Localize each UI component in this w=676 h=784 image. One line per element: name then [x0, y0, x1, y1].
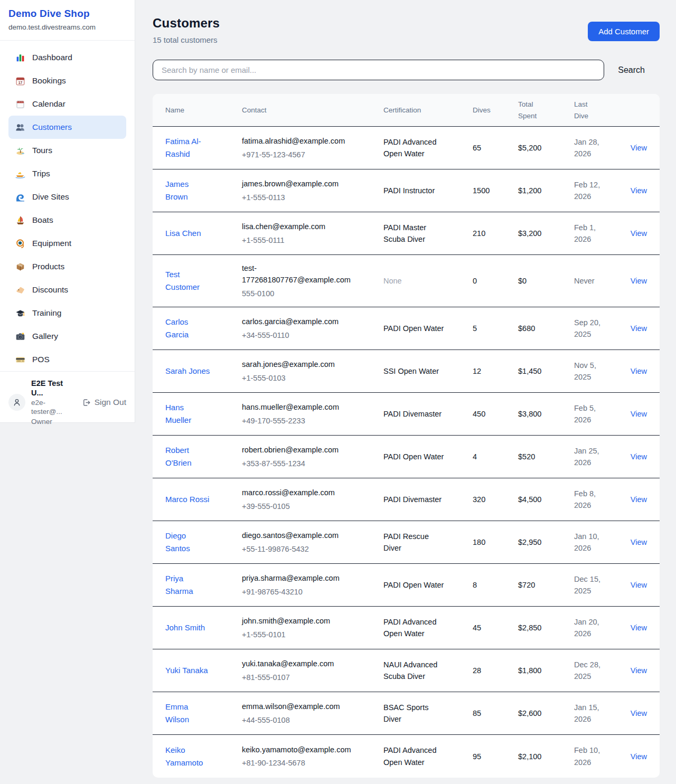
- customer-total-spent: $4,500: [518, 494, 574, 505]
- person-icon: [12, 398, 22, 407]
- credit-card-icon: [15, 355, 25, 365]
- customer-dives: 210: [473, 228, 518, 239]
- view-link[interactable]: View: [631, 452, 647, 461]
- sidebar-item-pos[interactable]: POS: [8, 348, 126, 371]
- customer-name-link[interactable]: Keiko Yamamoto: [165, 744, 211, 769]
- sidebar-item-bookings[interactable]: 17 Bookings: [8, 69, 126, 92]
- sidebar-item-gallery[interactable]: Gallery: [8, 325, 126, 348]
- customer-last-dive: Feb 5, 2026: [574, 402, 609, 426]
- table-row: Robert O'Brien robert.obrien@example.com…: [153, 436, 660, 478]
- customer-dives: 65: [473, 142, 518, 154]
- customer-last-dive: Dec 28, 2025: [574, 659, 609, 683]
- sidebar-item-label: Dive Sites: [32, 192, 69, 202]
- customer-name-link[interactable]: Fatima Al-Rashid: [165, 135, 211, 160]
- customer-name-link[interactable]: Lisa Chen: [165, 227, 201, 240]
- table-row: Priya Sharma priya.sharma@example.com +9…: [153, 564, 660, 607]
- table-row: James Brown james.brown@example.com +1-5…: [153, 169, 660, 212]
- customer-certification: SSI Open Water: [383, 365, 445, 377]
- sidebar-item-label: Training: [32, 308, 61, 318]
- customer-email: test-1772681807767@example.com: [242, 262, 354, 286]
- search-bar: Search: [153, 60, 660, 80]
- customer-name-link[interactable]: Yuki Tanaka: [165, 664, 208, 677]
- customer-certification: PADI Advanced Open Water: [383, 616, 445, 640]
- customer-last-dive: Feb 8, 2026: [574, 488, 609, 512]
- camera-icon: [15, 332, 25, 342]
- sidebar-item-boats[interactable]: Boats: [8, 209, 126, 232]
- sign-out-button[interactable]: Sign Out: [82, 398, 126, 407]
- user-role: Owner: [31, 418, 76, 427]
- view-link[interactable]: View: [631, 538, 647, 546]
- table-row: Sarah Jones sarah.jones@example.com +1-5…: [153, 350, 660, 393]
- sidebar-item-discounts[interactable]: Discounts: [8, 278, 126, 301]
- customer-name-link[interactable]: Test Customer: [165, 268, 211, 294]
- view-link[interactable]: View: [631, 624, 647, 632]
- customer-name-link[interactable]: Carlos Garcia: [165, 316, 211, 341]
- customer-certification: PADI Advanced Open Water: [383, 136, 445, 160]
- customer-name-link[interactable]: Hans Mueller: [165, 401, 211, 427]
- view-link[interactable]: View: [631, 581, 647, 589]
- sidebar-item-tours[interactable]: Tours: [8, 139, 126, 162]
- customer-certification: PADI Open Water: [383, 323, 445, 334]
- view-link[interactable]: View: [631, 709, 647, 717]
- customer-dives: 45: [473, 622, 518, 634]
- sidebar-item-dashboard[interactable]: Dashboard: [8, 46, 126, 69]
- sidebar-item-products[interactable]: Products: [8, 255, 126, 278]
- view-link[interactable]: View: [631, 752, 647, 761]
- sidebar-item-customers[interactable]: Customers: [8, 116, 126, 139]
- table-row: John Smith john.smith@example.com +1-555…: [153, 607, 660, 649]
- search-button[interactable]: Search: [604, 65, 660, 75]
- view-link[interactable]: View: [631, 666, 647, 675]
- view-link[interactable]: View: [631, 277, 647, 285]
- diving-mask-icon: [15, 239, 25, 249]
- column-header-dives: Dives: [473, 105, 518, 116]
- customer-last-dive: Jan 20, 2026: [574, 616, 609, 640]
- table-header-row: Name Contact Certification Dives Total S…: [153, 94, 660, 127]
- customer-name-link[interactable]: Sarah Jones: [165, 365, 210, 377]
- customer-email: carlos.garcia@example.com: [242, 316, 354, 327]
- customer-last-dive: Feb 10, 2026: [574, 744, 609, 768]
- sidebar-item-dive-sites[interactable]: Dive Sites: [8, 185, 126, 209]
- customer-total-spent: $1,800: [518, 665, 574, 676]
- sidebar-item-trips[interactable]: Trips: [8, 162, 126, 185]
- sidebar-nav: Dashboard 17 Bookings Calendar Customers…: [0, 41, 135, 371]
- table-row: Hans Mueller hans.mueller@example.com +4…: [153, 393, 660, 436]
- customer-dives: 95: [473, 751, 518, 762]
- customer-last-dive: Jan 28, 2026: [574, 136, 609, 160]
- customer-name-link[interactable]: Diego Santos: [165, 530, 211, 555]
- view-link[interactable]: View: [631, 324, 647, 333]
- customer-phone: +1-555-0111: [242, 234, 383, 246]
- search-input[interactable]: [153, 60, 604, 80]
- customer-phone: +1-555-0103: [242, 372, 383, 384]
- add-customer-button[interactable]: Add Customer: [588, 22, 660, 41]
- avatar: [8, 394, 25, 411]
- tag-icon: [15, 285, 25, 295]
- view-link[interactable]: View: [631, 186, 647, 195]
- customer-name-link[interactable]: Emma Wilson: [165, 701, 211, 726]
- sidebar-item-label: Products: [32, 262, 64, 271]
- view-link[interactable]: View: [631, 367, 647, 375]
- sidebar-item-training[interactable]: Training: [8, 301, 126, 325]
- customer-name-link[interactable]: John Smith: [165, 621, 205, 634]
- sidebar-item-label: Dashboard: [32, 53, 72, 62]
- customer-certification: PADI Divemaster: [383, 494, 445, 505]
- view-link[interactable]: View: [631, 229, 647, 238]
- view-link[interactable]: View: [631, 144, 647, 152]
- customer-certification: PADI Rescue Diver: [383, 531, 445, 554]
- customer-certification: NAUI Advanced Scuba Diver: [383, 659, 445, 683]
- sidebar-item-calendar[interactable]: Calendar: [8, 92, 126, 116]
- customer-name-link[interactable]: Marco Rossi: [165, 493, 209, 506]
- customer-total-spent: $2,100: [518, 751, 574, 762]
- sidebar-item-equipment[interactable]: Equipment: [8, 232, 126, 255]
- customer-total-spent: $3,800: [518, 408, 574, 420]
- customer-email: john.smith@example.com: [242, 615, 354, 627]
- sign-out-label: Sign Out: [95, 398, 126, 407]
- customer-last-dive: Feb 1, 2026: [574, 222, 609, 245]
- view-link[interactable]: View: [631, 495, 647, 504]
- customer-certification: PADI Open Water: [383, 579, 445, 591]
- customer-name-link[interactable]: James Brown: [165, 178, 211, 203]
- customer-last-dive: Jan 10, 2026: [574, 531, 609, 554]
- customer-name-link[interactable]: Priya Sharma: [165, 572, 211, 598]
- view-link[interactable]: View: [631, 410, 647, 418]
- sidebar: Demo Dive Shop demo.test.divestreams.com…: [0, 0, 135, 423]
- customer-name-link[interactable]: Robert O'Brien: [165, 444, 211, 469]
